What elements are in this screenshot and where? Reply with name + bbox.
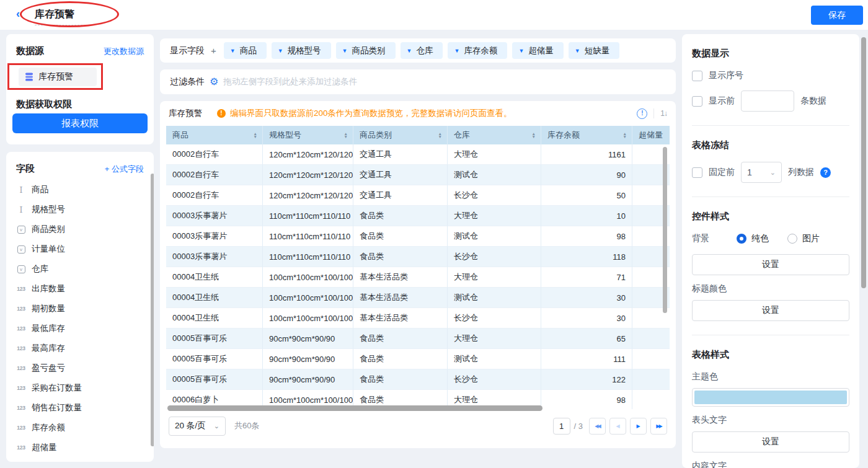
show-first-checkbox[interactable] <box>692 96 702 107</box>
panel-scrollbar[interactable] <box>861 37 866 288</box>
fix-columns-checkbox[interactable] <box>692 167 702 178</box>
display-field-tag[interactable]: ▼商品类别 <box>336 42 396 59</box>
column-header[interactable]: 超储量 <box>632 126 670 144</box>
report-permission-button[interactable]: 报表权限 <box>12 113 148 133</box>
page-size-select[interactable]: 20 条/页 ⌄ <box>169 417 226 436</box>
table-row[interactable]: 00002自行车120cm*120cm*120/120交通工具大理仓1161 <box>166 144 670 165</box>
sort-order-icon[interactable]: 1↓ <box>660 109 667 118</box>
field-label: 仓库 <box>32 263 48 275</box>
row-count-input[interactable] <box>741 91 794 112</box>
table-horizontal-scrollbar[interactable] <box>167 405 542 411</box>
save-button[interactable]: 保存 <box>811 6 863 25</box>
table-row[interactable]: 00004卫生纸100cm*100cm*100/100基本生活品类长沙仓30 <box>166 308 670 329</box>
display-field-tag[interactable]: ▼库存余额 <box>448 42 507 59</box>
gear-icon[interactable]: ⚙ <box>210 77 218 87</box>
table-row[interactable]: 00003乐事薯片110cm*110cm*110/110食品类大理仓10 <box>166 206 670 226</box>
display-field-tag[interactable]: ▼超储量 <box>512 42 563 59</box>
field-item[interactable]: v计量单位 <box>6 239 154 259</box>
table-cell: 00004卫生纸 <box>166 267 263 288</box>
field-item[interactable]: 123采购在订数量 <box>6 378 154 398</box>
info-circle-icon[interactable]: ! <box>637 108 647 119</box>
table-cell: 00004卫生纸 <box>166 288 263 308</box>
table-row[interactable]: 00004卫生纸100cm*100cm*100/100基本生活品类大理仓71 <box>166 267 670 288</box>
field-item[interactable]: v仓库 <box>6 259 154 279</box>
next-page-button[interactable]: ▶ <box>630 418 647 435</box>
solid-color-radio[interactable] <box>737 234 746 244</box>
add-formula-field-link[interactable]: + 公式字段 <box>105 164 144 175</box>
display-field-tag[interactable]: ▼规格型号 <box>272 42 331 59</box>
table-row[interactable]: 00003乐事薯片110cm*110cm*110/110食品类长沙仓118 <box>166 247 670 267</box>
divider <box>692 196 849 197</box>
display-field-tag[interactable]: ▼短缺量 <box>569 42 619 59</box>
column-header[interactable]: 商品▲▼ <box>166 126 263 144</box>
show-index-label: 显示序号 <box>709 70 743 81</box>
datasource-item[interactable]: 库存预警 <box>19 68 97 86</box>
table-row[interactable]: 00004卫生纸100cm*100cm*100/100基本生活品类测试仓30 <box>166 288 670 308</box>
column-header[interactable]: 仓库▲▼ <box>448 126 541 144</box>
background-label: 背景 <box>692 233 737 244</box>
display-field-tag[interactable]: ▼商品 <box>224 42 267 59</box>
field-item[interactable]: I商品 <box>6 180 154 200</box>
show-index-checkbox[interactable] <box>692 71 702 81</box>
table-cell: 长沙仓 <box>448 308 541 329</box>
current-page-input[interactable]: 1 <box>553 418 570 435</box>
column-header[interactable]: 库存余额▲▼ <box>541 126 632 144</box>
title-color-label: 标题颜色 <box>692 283 849 294</box>
column-header[interactable]: 规格型号▲▼ <box>263 126 353 144</box>
column-header-label: 规格型号 <box>269 130 301 141</box>
field-label: 库存余额 <box>32 422 65 433</box>
field-item[interactable]: 123库存余额 <box>6 418 154 438</box>
table-cell: 食品类 <box>353 226 448 247</box>
fields-scrollbar[interactable] <box>151 174 154 446</box>
table-cell: 120cm*120cm*120/120 <box>263 165 353 185</box>
table-cell: 长沙仓 <box>448 369 541 390</box>
header-text-set-button[interactable]: 设置 <box>692 431 849 453</box>
field-item[interactable]: 123短缺量 <box>6 457 154 462</box>
table-cell: 大理仓 <box>448 206 541 226</box>
prev-page-button[interactable]: ◀ <box>609 418 626 435</box>
field-label: 计量单位 <box>32 244 65 255</box>
table-row[interactable]: 00002自行车120cm*120cm*120/120交通工具长沙仓50 <box>166 185 670 206</box>
table-row[interactable]: 00005百事可乐90cm*90cm*90/90食品类测试仓111 <box>166 349 670 369</box>
field-item[interactable]: v商品类别 <box>6 219 154 239</box>
text-field-icon: I <box>16 185 26 195</box>
last-page-button[interactable]: ▶▶ <box>650 418 667 435</box>
field-label: 采购在订数量 <box>32 382 82 394</box>
table-cell: 90cm*90cm*90/90 <box>263 369 353 390</box>
field-item[interactable]: 123最高库存 <box>6 338 154 358</box>
help-icon[interactable]: ? <box>820 167 831 178</box>
field-item[interactable]: 123超储量 <box>6 438 154 457</box>
field-item[interactable]: 123期初数量 <box>6 299 154 319</box>
table-row[interactable]: 00003乐事薯片110cm*110cm*110/110食品类测试仓98 <box>166 226 670 247</box>
toolbar-divider <box>653 108 654 118</box>
image-radio[interactable] <box>787 234 797 244</box>
title-color-set-button[interactable]: 设置 <box>692 300 849 321</box>
field-item[interactable]: 123最低库存 <box>6 319 154 338</box>
display-fields-bar: 显示字段 + ▼商品▼规格型号▼商品类别▼仓库▼库存余额▼超储量▼短缺量 <box>160 38 676 63</box>
add-display-field-icon[interactable]: + <box>211 45 216 56</box>
change-datasource-link[interactable]: 更改数据源 <box>104 46 144 57</box>
back-icon[interactable]: ‹ <box>16 7 20 20</box>
theme-color-picker[interactable] <box>692 388 849 407</box>
field-item[interactable]: 123出库数量 <box>6 279 154 299</box>
field-item[interactable]: 123销售在订数量 <box>6 398 154 418</box>
fix-columns-select[interactable]: 1 ⌄ <box>741 162 782 183</box>
background-set-button[interactable]: 设置 <box>692 254 849 275</box>
table-row[interactable]: 00005百事可乐90cm*90cm*90/90食品类长沙仓122 <box>166 369 670 390</box>
table-row[interactable]: 00005百事可乐90cm*90cm*90/90食品类大理仓65 <box>166 329 670 349</box>
display-field-tag[interactable]: ▼仓库 <box>401 42 443 59</box>
field-item[interactable]: I规格型号 <box>6 200 154 219</box>
field-item[interactable]: 123盈亏盘亏 <box>6 358 154 378</box>
datasource-item-label: 库存预警 <box>38 71 73 82</box>
data-display-title: 数据显示 <box>692 48 849 60</box>
settings-panel: 数据显示 显示序号 显示前 条数据 表格冻结 固定前 1 ⌄ 列数据 <box>682 34 859 468</box>
table-vertical-scrollbar[interactable] <box>663 147 667 313</box>
field-label: 规格型号 <box>32 204 65 215</box>
table-cell: 交通工具 <box>353 144 448 165</box>
table-cell: 00003乐事薯片 <box>166 226 263 247</box>
column-header-label: 仓库 <box>454 130 470 141</box>
table-row[interactable]: 00002自行车120cm*120cm*120/120交通工具测试仓90 <box>166 165 670 185</box>
column-header[interactable]: 商品类别▲▼ <box>353 126 448 144</box>
first-page-button[interactable]: ◀◀ <box>589 418 606 435</box>
tag-label: 库存余额 <box>464 45 497 56</box>
